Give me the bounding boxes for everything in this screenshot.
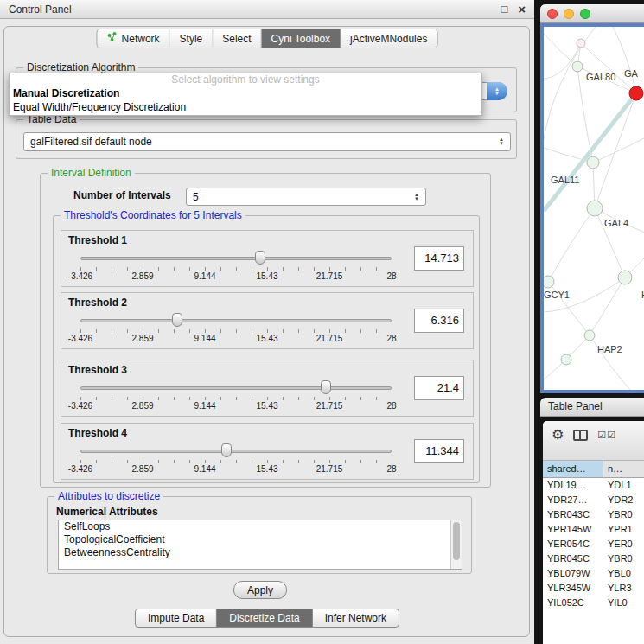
tab-discretize-data[interactable]: Discretize Data [216, 609, 312, 628]
network-canvas[interactable]: GAL80GAGAL11GAL4GCY1HHAP2 [540, 23, 644, 393]
table-row[interactable]: YPR145WYPR1 [543, 522, 644, 537]
network-titlebar[interactable] [540, 4, 644, 23]
float-window-icon[interactable]: □ [501, 3, 507, 16]
scrollbar-thumb[interactable] [453, 522, 460, 560]
slider-handle[interactable] [221, 443, 232, 457]
control-panel-title: Control Panel [9, 3, 72, 16]
scrollbar[interactable] [450, 520, 462, 569]
slider-tick-labels: -3.4262.8599.14415.4321.71528 [80, 464, 392, 474]
node-label: GAL80 [586, 72, 615, 82]
table-cell: YDR2 [603, 493, 644, 507]
attributes-list[interactable]: SelfLoopsTopologicalCoefficientBetweenne… [58, 520, 462, 570]
slider-tick-labels: -3.4262.8599.14415.4321.71528 [80, 334, 392, 343]
algorithm-option[interactable]: Equal Width/Frequency Discretization [10, 100, 481, 114]
zoom-traffic-light-icon[interactable] [580, 9, 590, 19]
table-row[interactable]: YDL19…YDL1 [543, 478, 644, 493]
column-header-shared-name[interactable]: shared… [543, 461, 603, 477]
table-row[interactable]: YBR043CYBR0 [543, 507, 644, 522]
table-data-combobox[interactable]: galFiltered.sif default node ▲▼ [23, 132, 511, 151]
minimize-traffic-light-icon[interactable] [564, 9, 574, 19]
table-row[interactable]: YLR345WYLR3 [543, 581, 644, 596]
threshold-value-field[interactable]: 11.344 [414, 439, 464, 463]
threshold-box: Threshold 1-3.4262.8599.14415.4321.71528… [61, 230, 474, 287]
table-row[interactable]: YBL079WYBL0 [543, 566, 644, 581]
network-icon [107, 32, 118, 45]
threshold-value-field[interactable]: 14.713 [414, 246, 464, 271]
thresholds-group: Threshold's Coordinates for 5 Intervals … [53, 215, 480, 483]
slider-track [80, 319, 392, 322]
slider-handle[interactable] [172, 313, 182, 327]
network-window: GAL80GAGAL11GAL4GCY1HHAP2 [540, 4, 644, 393]
network-node[interactable] [577, 39, 585, 48]
app-tabs: NetworkStyleSelectCyni ToolboxjActiveMNo… [97, 29, 438, 48]
close-traffic-light-icon[interactable] [547, 9, 558, 19]
network-node[interactable] [544, 276, 554, 288]
threshold-slider[interactable] [80, 443, 392, 458]
table-panel-titlebar[interactable]: Table Panel [540, 398, 644, 417]
select-columns-icon[interactable]: ☑☑ [597, 430, 616, 441]
threshold-slider[interactable] [80, 250, 392, 265]
node-label: GA [624, 68, 639, 79]
tab-select[interactable]: Select [213, 29, 261, 48]
slider-ticks [80, 329, 392, 333]
threshold-slider[interactable] [80, 312, 392, 328]
list-item[interactable]: BetweennessCentrality [59, 546, 462, 559]
list-item[interactable]: SelfLoops [59, 520, 462, 533]
tab-impute-data[interactable]: Impute Data [135, 609, 217, 628]
network-node[interactable] [587, 201, 603, 216]
settings-gear-icon[interactable]: ⚙ [552, 428, 564, 442]
slider-ticks [80, 397, 392, 400]
table-cell: YBR045C [543, 552, 603, 566]
tab-style[interactable]: Style [170, 29, 214, 48]
columns-icon[interactable] [573, 430, 588, 441]
threshold-value-field[interactable]: 21.4 [414, 376, 464, 400]
threshold-box: Threshold 4-3.4262.8599.14415.4321.71528… [61, 423, 474, 480]
network-node[interactable] [572, 61, 583, 72]
tab-infer-network[interactable]: Infer Network [312, 609, 399, 628]
tab-cyni-toolbox[interactable]: Cyni Toolbox [262, 29, 341, 48]
attributes-group-label: Attributes to discretize [54, 490, 163, 502]
table-rows: YDL19…YDL1YDR27…YDR2YBR043CYBR0YPR145WYP… [543, 478, 644, 610]
threshold-value-field[interactable]: 6.316 [414, 309, 464, 333]
num-intervals-combobox[interactable]: 5 ▲▼ [186, 188, 426, 206]
num-intervals-value: 5 [193, 191, 199, 203]
close-icon[interactable]: × [518, 3, 526, 15]
slider-tick-labels: -3.4262.8599.14415.4321.71528 [80, 401, 392, 411]
threshold-box: Threshold 3-3.4262.8599.14415.4321.71528… [61, 360, 474, 417]
algorithm-options: Manual DiscretizationEqual Width/Frequen… [10, 86, 481, 114]
control-panel-titlebar[interactable]: Control Panel □ × [0, 0, 534, 19]
table-cell: YDL1 [603, 478, 644, 493]
threshold-label: Threshold 3 [68, 364, 127, 376]
network-node[interactable] [618, 271, 632, 284]
network-node-selected[interactable] [629, 86, 643, 100]
table-row[interactable]: YDR27…YDR2 [543, 493, 644, 507]
slider-handle[interactable] [255, 251, 265, 265]
threshold-slider[interactable] [80, 379, 392, 395]
table-row[interactable]: YER054CYER0 [543, 537, 644, 552]
table-cell: YDR27… [543, 493, 603, 507]
num-intervals-label: Number of Intervals [73, 189, 171, 201]
window-controls: □ × [501, 3, 526, 16]
table-row[interactable]: YIL052CYIL0 [543, 596, 644, 610]
network-node[interactable] [584, 330, 595, 341]
network-node[interactable] [587, 156, 599, 169]
algorithm-placeholder: Select algorithm to view settings [10, 73, 481, 86]
table-panel-title: Table Panel [548, 400, 603, 412]
column-header-name[interactable]: n… [603, 461, 644, 477]
algorithm-option[interactable]: Manual Discretization [10, 86, 481, 100]
table-row[interactable]: YBR045CYBR0 [543, 552, 644, 566]
slider-handle[interactable] [321, 380, 331, 394]
network-node[interactable] [561, 354, 571, 365]
threshold-label: Threshold 1 [68, 234, 127, 246]
tab-network[interactable]: Network [98, 29, 170, 48]
interval-definition-group: Interval Definition Number of Intervals … [40, 173, 491, 488]
apply-button[interactable]: Apply [233, 581, 287, 599]
threshold-label: Threshold 2 [68, 296, 127, 309]
table-toolbar: ⚙ ☑☑ [543, 421, 644, 461]
tab-jactivemnodules[interactable]: jActiveMNodules [341, 29, 437, 48]
list-item[interactable]: TopologicalCoefficient [59, 533, 462, 546]
table-data-group: Table Data galFiltered.sif default node … [16, 119, 517, 159]
control-panel-window: Control Panel □ × NetworkStyleSelectCyni… [0, 0, 534, 644]
bottom-tabs: Impute DataDiscretize DataInfer Network [135, 609, 399, 628]
table-cell: YIL0 [603, 596, 644, 610]
